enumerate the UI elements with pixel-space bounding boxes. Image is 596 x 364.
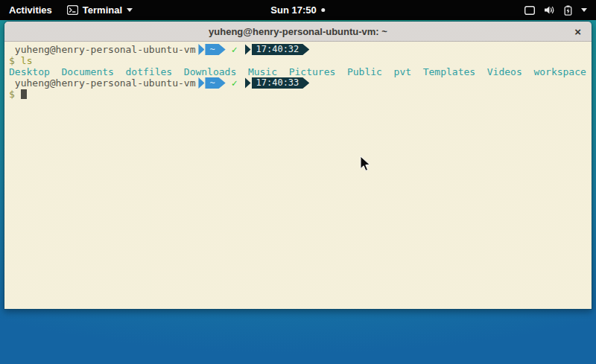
prompt-cwd-badge: ~ [205,44,225,55]
prompt-cwd-badge: ~ [205,77,225,89]
prompt-line: yuheng@henry-personal-ubuntu-vm ~ ✓ 17:4… [9,77,592,89]
chevron-down-icon [581,8,587,12]
command-line: $ls [9,55,592,66]
prompt-dollar: $ [9,89,15,100]
terminal-window: yuheng@henry-personal-ubuntu-vm: ~ × yuh… [4,21,592,310]
window-title: yuheng@henry-personal-ubuntu-vm: ~ [209,26,387,37]
powerline-arrow-icon [245,44,251,55]
window-titlebar[interactable]: yuheng@henry-personal-ubuntu-vm: ~ × [4,22,592,42]
typed-command: ls [21,55,33,66]
activities-button[interactable]: Activities [0,0,61,20]
terminal-block-cursor [21,89,27,99]
prompt-user-host: yuheng@henry-personal-ubuntu-vm [9,77,195,89]
terminal-icon [67,5,78,15]
prompt-time-badge: 17:40:33 [252,77,310,89]
app-menu-label: Terminal [83,4,122,16]
close-button[interactable]: × [574,26,581,37]
clock-button[interactable]: Sun 17:50 [270,0,325,20]
prompt-user-host: yuheng@henry-personal-ubuntu-vm [9,44,195,55]
prompt-dollar: $ [9,55,15,66]
screen-icon [524,6,535,15]
terminal-content[interactable]: yuheng@henry-personal-ubuntu-vm ~ ✓ 17:4… [4,42,592,309]
clock-label: Sun 17:50 [270,4,316,16]
app-menu-button[interactable]: Terminal [61,0,139,20]
status-check-icon: ✓ [232,77,238,89]
chevron-down-icon [127,8,133,12]
volume-icon [544,5,555,15]
powerline-arrow-icon [245,77,251,89]
current-input-line: $ [9,89,592,100]
powerline-arrow-icon [198,44,204,55]
prompt-time-badge: 17:40:32 [252,44,310,55]
powerline-arrow-icon [198,77,204,89]
top-bar-left: Activities Terminal [0,0,139,20]
system-status-area[interactable] [516,0,596,20]
status-check-icon: ✓ [232,44,238,55]
ls-output: Desktop Documents dotfiles Downloads Mus… [9,66,592,77]
notification-dot [322,8,326,12]
prompt-line: yuheng@henry-personal-ubuntu-vm ~ ✓ 17:4… [9,44,592,55]
desktop-background: yuheng@henry-personal-ubuntu-vm: ~ × yuh… [0,20,596,364]
top-bar: Activities Terminal Sun 17:50 [0,0,596,20]
battery-charging-icon [564,5,572,16]
screen: Activities Terminal Sun 17:50 [0,0,596,364]
